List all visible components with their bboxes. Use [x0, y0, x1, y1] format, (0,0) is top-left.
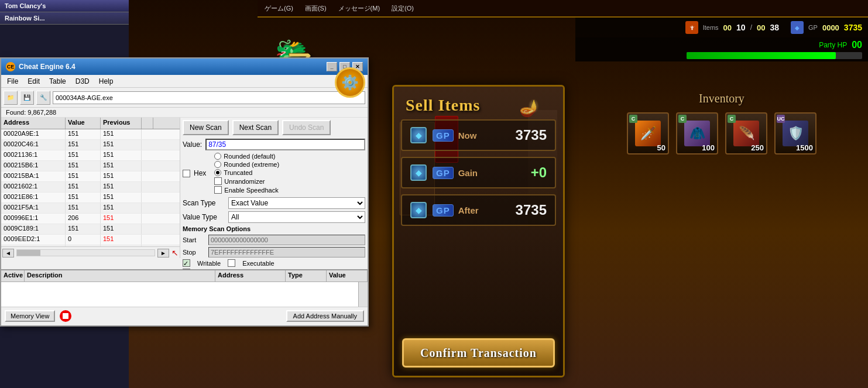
ce-main-area: Address Value Previous 00020A9E:1 151 15…	[1, 118, 368, 258]
table-row[interactable]: 00021E86:1 151 151	[1, 193, 180, 203]
ce-menu-d3d[interactable]: D3D	[72, 76, 93, 87]
sell-gp-now-row: ◆ GP Now 3735	[401, 119, 556, 151]
ce-scan-panel: New Scan Next Scan Undo Scan Value: Hex …	[180, 118, 368, 258]
game-menu-settings[interactable]: 設定(O)	[388, 3, 417, 14]
ce-value-type-label: Value Type	[183, 213, 225, 221]
memory-view-button[interactable]: Memory View	[5, 310, 55, 322]
ce-menu-table[interactable]: Table	[46, 76, 70, 87]
ce-bh-type: Type	[286, 270, 327, 281]
ce-gear-icon[interactable]: ⚙️	[335, 67, 365, 98]
game-menu-screen[interactable]: 画面(S)	[301, 3, 330, 14]
ce-toolbar-btn-3[interactable]: 🔧	[36, 91, 50, 105]
inv-item-2-rarity: C	[678, 115, 687, 123]
ce-toolbar-btn-2[interactable]: 💾	[20, 91, 34, 105]
sell-gp-now-icon: ◆	[410, 127, 427, 143]
ce-radio-rounded-btn[interactable]	[214, 153, 221, 160]
game-menu-game[interactable]: ゲーム(G)	[261, 3, 297, 14]
ce-hex-checkbox[interactable]	[183, 170, 190, 177]
ce-writable-label: Writable	[197, 260, 221, 267]
ce-speedhack-label: Enable Speedhack	[224, 187, 278, 194]
ce-value-type-select[interactable]: All	[228, 211, 365, 223]
inv-item-3[interactable]: C 🪶 250	[725, 112, 767, 154]
ce-writable-row: ✓ Writable Executable	[183, 259, 365, 267]
ce-td-val: 151	[66, 182, 101, 192]
ce-scan-type-select[interactable]: Exact Value	[228, 197, 365, 209]
table-row[interactable]: 000996E1:1 206 151	[1, 214, 180, 224]
ce-radio-rounded: Rounded (default)	[214, 153, 279, 160]
ce-td-val: 151	[66, 171, 101, 181]
ce-hscroll-track[interactable]	[16, 249, 155, 256]
ce-td-prev: 151	[101, 171, 142, 181]
ce-col-scrollbar	[142, 118, 153, 129]
ce-menu-edit[interactable]: Edit	[24, 76, 43, 87]
ce-td-prev: 151	[101, 193, 142, 202]
ce-stop-input[interactable]	[208, 247, 365, 257]
table-row[interactable]: 0009C189:1 151 151	[1, 224, 180, 235]
inv-item-4[interactable]: UC 🛡️ 1500	[774, 112, 816, 154]
ce-td-val: 151	[66, 193, 101, 202]
undo-scan-button[interactable]: Undo Scan	[282, 120, 331, 135]
ce-start-input[interactable]	[208, 235, 365, 245]
items-label: Items	[703, 24, 719, 31]
ce-stop-icon[interactable]	[60, 310, 71, 322]
ce-minimize-btn[interactable]: _	[327, 62, 337, 71]
ce-writable-checkbox[interactable]: ✓	[183, 259, 190, 267]
ce-td-prev: 151	[101, 224, 142, 234]
ce-vscroll-bar[interactable]	[358, 282, 368, 307]
sell-gp-badge-after: GP	[433, 204, 454, 217]
sell-dialog-content: ◆ GP Now 3735 ◆ GP Gain +0 ◆ GP After 37…	[394, 119, 563, 226]
gp-icon: ◆	[791, 21, 804, 34]
inv-item-2[interactable]: C 🧥 100	[676, 112, 718, 154]
ce-toolbar: 📁 💾 🔧 ⚙️	[1, 88, 368, 108]
ce-menu-file[interactable]: File	[4, 76, 22, 87]
ce-address-input[interactable]	[53, 91, 365, 104]
table-row[interactable]: 000215BA:1 151 151	[1, 171, 180, 182]
ce-pointer-icon[interactable]: ↖	[171, 248, 179, 257]
ce-td-prev: 151	[101, 150, 142, 160]
game-topbar: ゲーム(G) 画面(S) メッセージ(M) 設定(O)	[258, 0, 868, 18]
ce-td-val: 0	[66, 235, 101, 245]
ce-speedhack-checkbox[interactable]	[214, 186, 222, 194]
ce-executable-checkbox[interactable]	[228, 259, 235, 267]
table-row[interactable]: 000215B6:1 151 151	[1, 161, 180, 171]
ce-td-addr: 0009F0F9:1	[1, 245, 66, 246]
game-menu-message[interactable]: メッセージ(M)	[335, 3, 384, 14]
sell-gp-badge-gain: GP	[433, 167, 454, 179]
ce-value-input[interactable]	[205, 139, 365, 150]
ce-radio-rounded-extreme-btn[interactable]	[214, 161, 221, 168]
table-row[interactable]: 00021602:1 151 151	[1, 182, 180, 193]
table-row[interactable]: 00020C46:1 151 151	[1, 140, 180, 150]
inv-item-1[interactable]: C 🗡️ 50	[627, 112, 669, 154]
ce-toolbar-btn-1[interactable]: 📁	[4, 91, 18, 105]
ce-scroll-right[interactable]: ►	[157, 249, 169, 257]
table-row[interactable]: 00021136:1 151 151	[1, 150, 180, 161]
sell-gp-after-icon: ◆	[410, 202, 427, 218]
ce-td-prev: 151	[101, 161, 142, 171]
sell-gp-gain-value: +0	[531, 164, 547, 181]
ce-scan-type-row: Scan Type Exact Value	[183, 197, 365, 209]
add-address-manually-button[interactable]: Add Address Manually	[286, 310, 364, 322]
ce-unrandomizer-checkbox[interactable]	[214, 177, 222, 185]
sell-gp-badge-now: GP	[433, 129, 454, 142]
hud-items-gp-row: 🗡 Items 00 10 / 00 38 ◆ GP 0000 3735	[575, 18, 868, 37]
ce-value-row: Value:	[183, 139, 365, 150]
sell-gp-gain-label: GP Gain	[433, 167, 478, 179]
ce-radio-truncated-btn[interactable]	[214, 169, 221, 176]
table-row[interactable]: 0009EED2:1 0 151	[1, 235, 180, 245]
ce-bh-description: Description	[25, 270, 215, 281]
table-row[interactable]: 00021F5A:1 151 151	[1, 203, 180, 214]
ce-scroll-left[interactable]: ◄	[2, 249, 14, 257]
confirm-transaction-button[interactable]: Confirm Transaction	[402, 338, 555, 368]
ce-executable-label: Executable	[242, 260, 274, 267]
ce-menu-help[interactable]: Help	[95, 76, 117, 87]
sell-gp-after-row: ◆ GP After 3735	[401, 194, 556, 226]
ce-range-stop-row: Stop	[183, 247, 365, 257]
next-scan-button[interactable]: Next Scan	[232, 120, 279, 135]
new-scan-button[interactable]: New Scan	[183, 120, 229, 135]
table-row[interactable]: 00020A9E:1 151 151	[1, 129, 180, 140]
ce-radio-truncated-label: Truncated	[224, 169, 252, 176]
app1-title: Tom Clancy's	[0, 0, 129, 12]
ce-hscroll-thumb	[17, 250, 40, 256]
ce-start-label: Start	[183, 236, 206, 243]
inv-item-1-count: 50	[657, 143, 665, 152]
